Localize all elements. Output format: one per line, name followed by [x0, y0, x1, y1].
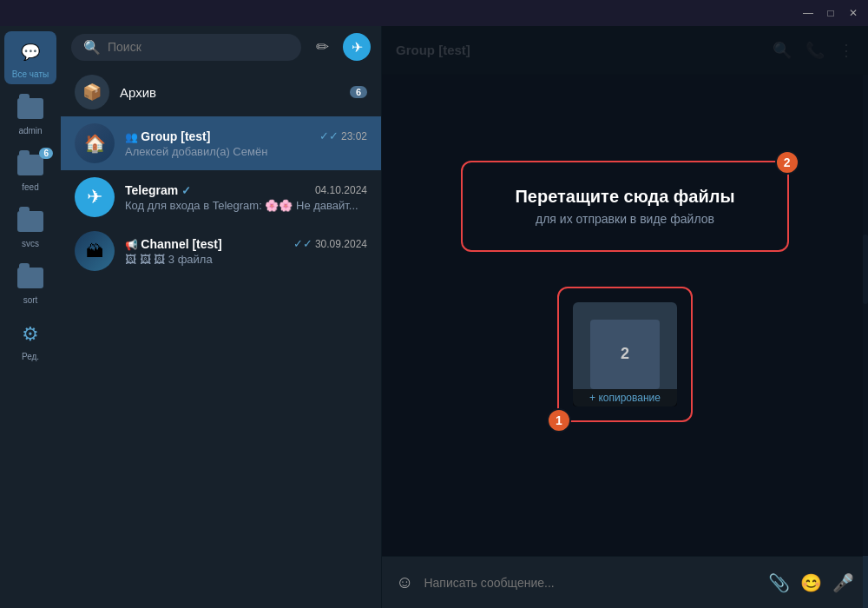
chat-input-bar: ☺ 📎 😊 🎤: [382, 556, 868, 608]
chat-item-channel-test[interactable]: 📢 Channel [test] ✓✓ 30.09.2024 🖼 🖼 🖼 3 ф…: [61, 224, 381, 278]
avatar-group-test: [75, 123, 115, 163]
attach-icon[interactable]: 📎: [768, 572, 790, 593]
archive-row[interactable]: 📦 Архив 6: [61, 68, 381, 116]
chat-body-channel-test: 📢 Channel [test] ✓✓ 30.09.2024 🖼 🖼 🖼 3 ф…: [125, 237, 367, 266]
chat-panel: 🔍 ✏ ✈ 📦 Архив 6 👥 Grou: [61, 26, 382, 608]
drop-zone-title: Перетащите сюда файлы: [515, 187, 734, 207]
chat-name-text: Telegram: [125, 183, 178, 197]
chat-time: ✓✓ 23:02: [319, 129, 367, 142]
search-wrap: 🔍: [71, 34, 301, 61]
archive-label: Архив: [120, 85, 339, 100]
group-icon: 👥: [125, 131, 141, 143]
sidebar-item-feed[interactable]: feed 6: [4, 144, 56, 197]
search-bar-icons: ✏ ✈: [308, 33, 371, 61]
icon-sidebar: 💬 Все чаты admin feed 6 svcs: [0, 26, 61, 608]
image-thumb-inner: 2: [590, 320, 660, 389]
chat-item-group-test[interactable]: 👥 Group [test] ✓✓ 23:02 Алексей добавил(…: [61, 116, 381, 170]
avatar-channel-test: [75, 231, 115, 271]
pencil-icon-btn[interactable]: ✏: [308, 33, 336, 61]
sidebar-item-label: admin: [18, 126, 42, 135]
chat-time: 04.10.2024: [315, 184, 367, 196]
sidebar-item-label: Ред.: [22, 352, 39, 361]
chat-preview: 🖼 🖼 🖼 3 файла: [125, 253, 367, 266]
drop-zone-subtitle: для их отправки в виде файлов: [515, 212, 734, 226]
sidebar-item-label: svcs: [22, 239, 39, 248]
microphone-icon[interactable]: 🎤: [832, 572, 854, 593]
search-icon: 🔍: [83, 39, 101, 56]
feed-badge: 6: [39, 148, 53, 159]
image-preview-badge-1: 1: [547, 408, 571, 433]
drop-zone-files[interactable]: 2 Перетащите сюда файлы для их отправки …: [461, 161, 788, 252]
chat-name-row: Telegram ✓ 04.10.2024: [125, 183, 367, 197]
image-number: 2: [621, 345, 629, 363]
folder-icon: [15, 93, 46, 124]
drop-zone-badge-2: 2: [775, 150, 799, 175]
chat-name-row: 📢 Channel [test] ✓✓ 30.09.2024: [125, 237, 367, 251]
sidebar-item-label: sort: [23, 295, 38, 305]
chat-item-telegram[interactable]: ✈ Telegram ✓ 04.10.2024 Код для входа в …: [61, 170, 381, 224]
folder-icon: [15, 206, 46, 237]
emoji-icon[interactable]: ☺: [396, 572, 413, 592]
chat-body-telegram: Telegram ✓ 04.10.2024 Код для входа в Te…: [125, 183, 367, 212]
copy-label: + копирование: [573, 389, 677, 406]
double-check-icon: ✓✓: [319, 129, 339, 142]
image-preview-area: 1 2 + копирование: [557, 287, 693, 422]
sidebar-item-label: Все чаты: [12, 69, 49, 79]
verified-icon: ✓: [181, 184, 191, 197]
chat-name-row: 👥 Group [test] ✓✓ 23:02: [125, 129, 367, 143]
chat-name-text: Channel [test]: [141, 237, 221, 251]
sidebar-item-all-chats[interactable]: 💬 Все чаты: [4, 31, 56, 84]
chat-time: ✓✓ 30.09.2024: [293, 237, 367, 250]
folder-icon: [15, 262, 46, 294]
telegram-logo-icon: ✈: [352, 39, 363, 56]
sidebar-item-admin[interactable]: admin: [4, 88, 56, 141]
minimize-button[interactable]: —: [802, 7, 814, 19]
chat-name: 📢 Channel [test]: [125, 237, 222, 251]
chat-name: 👥 Group [test]: [125, 129, 210, 143]
chat-name: Telegram ✓: [125, 183, 191, 197]
all-chats-icon: 💬: [15, 36, 46, 68]
search-bar: 🔍 ✏ ✈: [61, 26, 381, 68]
chat-body-group-test: 👥 Group [test] ✓✓ 23:02 Алексей добавил(…: [125, 129, 367, 158]
chat-area: Group [test] 🔍 📞 ⋮ 2 Перетащите сюда фай…: [382, 26, 868, 608]
chat-preview: Код для входа в Telegram: 🌸🌸 Не давайт..…: [125, 199, 367, 212]
telegram-icon-btn[interactable]: ✈: [343, 33, 371, 61]
search-input[interactable]: [108, 40, 289, 54]
chat-text-input[interactable]: [424, 576, 758, 590]
archive-badge: 6: [350, 86, 367, 98]
drop-overlay: 2 Перетащите сюда файлы для их отправки …: [382, 26, 868, 556]
chat-name-text: Group [test]: [141, 129, 210, 143]
sidebar-item-sort[interactable]: sort: [4, 257, 56, 310]
sidebar-item-red[interactable]: ⚙ Ред.: [4, 314, 56, 367]
channel-icon: 📢: [125, 239, 141, 251]
main-layout: 💬 Все чаты admin feed 6 svcs: [0, 26, 868, 608]
sidebar-item-svcs[interactable]: svcs: [4, 201, 56, 254]
sticker-icon[interactable]: 😊: [800, 572, 822, 593]
settings-icon: ⚙: [15, 319, 46, 350]
archive-icon: 📦: [75, 75, 109, 109]
close-button[interactable]: ✕: [847, 7, 859, 19]
title-bar: — □ ✕: [0, 0, 868, 26]
maximize-button[interactable]: □: [825, 7, 837, 19]
sidebar-item-label: feed: [22, 182, 38, 192]
image-thumbnail: 2 + копирование: [573, 302, 677, 406]
avatar-telegram: ✈: [75, 177, 115, 217]
chat-preview: Алексей добавил(а) Семён: [125, 145, 367, 158]
double-check-icon: ✓✓: [293, 237, 312, 250]
